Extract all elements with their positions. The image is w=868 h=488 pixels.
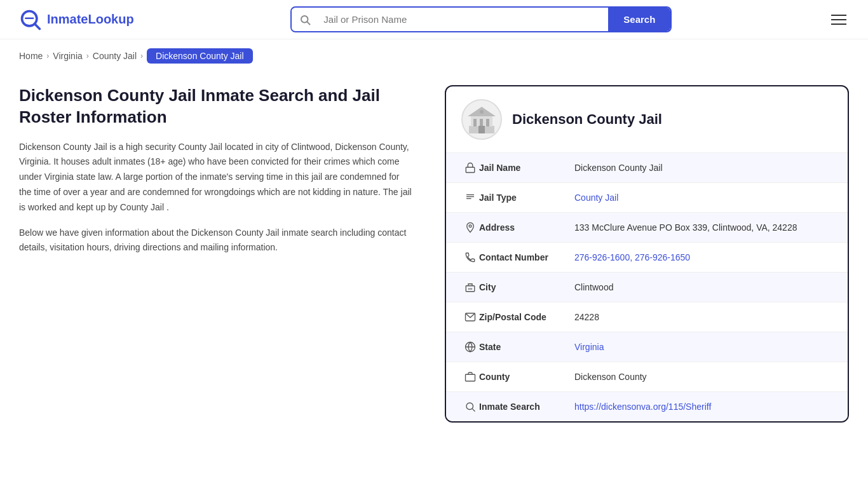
city-icon [461, 281, 479, 293]
main-content: Dickenson County Jail Inmate Search and … [0, 72, 868, 448]
jail-avatar [461, 99, 502, 140]
breadcrumb: Home › Virginia › County Jail › Dickenso… [0, 39, 868, 72]
logo-text: InmateLookup [47, 12, 134, 27]
table-row: Contact Number276-926-1600, 276-926-1650 [446, 243, 848, 273]
breadcrumb-chevron-1: › [46, 51, 49, 60]
breadcrumb-current: Dickenson County Jail [147, 48, 253, 64]
row-value[interactable]: https://dickensonva.org/115/Sheriff [574, 402, 832, 412]
svg-rect-9 [486, 119, 489, 126]
breadcrumb-state[interactable]: Virginia [53, 51, 82, 61]
row-link[interactable]: 276-926-1600, 276-926-1650 [574, 252, 690, 262]
description-1: Dickenson County Jail is a high security… [19, 140, 413, 215]
right-column: Dickenson County Jail Jail NameDickenson… [445, 85, 849, 423]
menu-button[interactable] [829, 12, 849, 27]
svg-rect-13 [466, 167, 475, 172]
globe-icon [461, 341, 479, 353]
svg-point-17 [469, 225, 471, 227]
svg-line-1 [34, 24, 39, 29]
search-input[interactable] [318, 8, 608, 31]
pin-icon [461, 222, 479, 233]
logo[interactable]: InmateLookup [19, 8, 134, 31]
table-row: Address133 McClure Avenue PO Box 339, Cl… [446, 213, 848, 243]
list-icon [461, 192, 479, 203]
table-row: Jail NameDickenson County Jail [446, 153, 848, 183]
building-icon [466, 104, 498, 135]
row-value[interactable]: Virginia [574, 342, 832, 352]
row-value[interactable]: 276-926-1600, 276-926-1650 [574, 252, 832, 262]
search-button[interactable]: Search [608, 8, 670, 31]
info-card: Dickenson County Jail Jail NameDickenson… [445, 85, 849, 423]
description-2: Below we have given information about th… [19, 226, 413, 256]
site-header: InmateLookup Search [0, 0, 868, 39]
row-label: Inmate Search [479, 402, 574, 412]
card-title: Dickenson County Jail [512, 111, 662, 128]
search-icon [461, 401, 479, 412]
zip-icon [461, 311, 479, 323]
logo-icon [19, 8, 42, 31]
row-label: Jail Name [479, 163, 574, 173]
row-value[interactable]: County Jail [574, 193, 832, 203]
row-label: City [479, 282, 574, 292]
row-label: Jail Type [479, 193, 574, 203]
svg-rect-25 [466, 374, 475, 381]
row-value: Clintwood [574, 282, 832, 292]
svg-line-27 [472, 409, 475, 411]
county-icon [461, 371, 479, 383]
info-table: Jail NameDickenson County JailJail TypeC… [446, 153, 848, 421]
search-area: Search [290, 6, 672, 32]
row-label: County [479, 372, 574, 382]
row-value: Dickenson County Jail [574, 163, 832, 173]
row-link[interactable]: https://dickensonva.org/115/Sheriff [574, 402, 711, 412]
row-value: Dickenson County [574, 372, 832, 382]
table-row: StateVirginia [446, 332, 848, 362]
row-label: Contact Number [479, 252, 574, 262]
table-row: Inmate Searchhttps://dickensonva.org/115… [446, 392, 848, 421]
svg-line-4 [308, 22, 310, 24]
svg-point-12 [480, 110, 484, 114]
breadcrumb-category[interactable]: County Jail [93, 51, 137, 61]
svg-point-26 [466, 403, 473, 410]
table-row: Zip/Postal Code24228 [446, 302, 848, 332]
card-header: Dickenson County Jail [446, 86, 848, 153]
svg-rect-8 [480, 119, 483, 126]
phone-icon [461, 252, 479, 263]
jail-icon [461, 162, 479, 173]
table-row: Jail TypeCounty Jail [446, 183, 848, 213]
page-title: Dickenson County Jail Inmate Search and … [19, 85, 413, 128]
search-icon [292, 9, 318, 30]
svg-rect-2 [25, 17, 34, 19]
breadcrumb-chevron-2: › [86, 51, 89, 60]
svg-rect-11 [478, 126, 485, 133]
breadcrumb-chevron-3: › [140, 51, 143, 60]
row-label: Address [479, 222, 574, 233]
svg-rect-7 [473, 119, 477, 126]
table-row: CityClintwood [446, 273, 848, 302]
row-value: 133 McClure Avenue PO Box 339, Clintwood… [574, 222, 832, 233]
row-label: State [479, 342, 574, 352]
breadcrumb-home[interactable]: Home [19, 51, 43, 61]
row-value: 24228 [574, 312, 832, 322]
row-label: Zip/Postal Code [479, 312, 574, 322]
row-link[interactable]: County Jail [574, 193, 618, 203]
left-column: Dickenson County Jail Inmate Search and … [19, 85, 426, 423]
table-row: CountyDickenson County [446, 362, 848, 392]
row-link[interactable]: Virginia [574, 342, 604, 352]
